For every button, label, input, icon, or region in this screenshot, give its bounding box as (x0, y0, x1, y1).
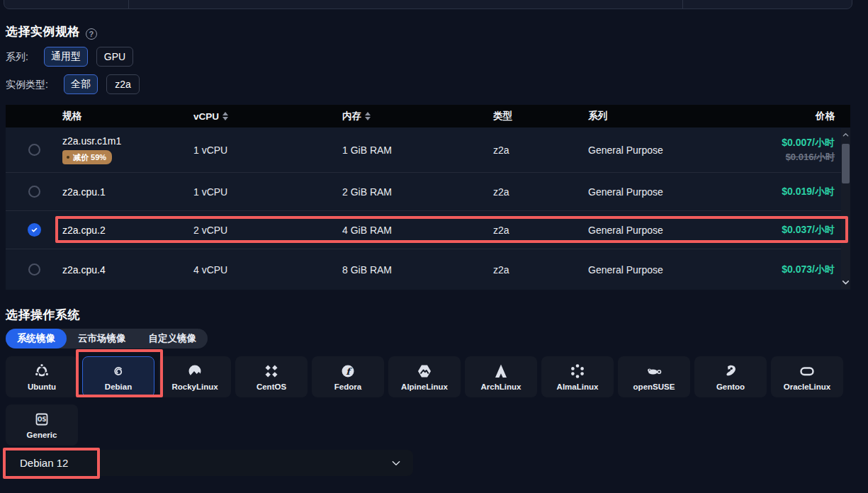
spec-section-title-text: 选择实例规格 (6, 25, 80, 38)
series-option-gpu[interactable]: GPU (96, 47, 133, 67)
top-bar-partial (4, 0, 852, 9)
tab-label: 自定义镜像 (149, 332, 197, 345)
tab-marketplace-image[interactable]: 云市场镜像 (67, 329, 137, 348)
scroll-down-icon[interactable] (841, 277, 850, 288)
os-card-fedora[interactable]: f Fedora (312, 356, 384, 397)
os-card-label: openSUSE (633, 382, 675, 391)
vcpu-value: 2 vCPU (193, 211, 227, 249)
ram-value: 8 GiB RAM (342, 249, 392, 290)
table-row[interactable]: z2a.usr.c1m1 减价 59% 1 vCPU 1 GiB RAM z2a… (6, 128, 850, 172)
type-option-z2a[interactable]: z2a (106, 74, 140, 94)
spec-name: z2a.usr.c1m1 (62, 135, 121, 147)
price-value: $0.007/小时 (782, 137, 835, 149)
type-value: z2a (493, 211, 509, 249)
table-row-selected[interactable]: z2a.cpu.2 2 vCPU 4 GiB RAM z2a General P… (6, 210, 850, 249)
sort-icon[interactable] (222, 112, 228, 120)
family-value: General Purpose (588, 211, 663, 249)
tab-custom-image[interactable]: 自定义镜像 (137, 329, 208, 348)
col-header-ram[interactable]: 内存 (342, 105, 371, 128)
type-value: z2a (493, 249, 509, 290)
opensuse-logo-icon (646, 363, 663, 380)
table-scrollbar[interactable] (841, 128, 850, 289)
type-option-label: 全部 (71, 78, 91, 91)
price-value: $0.073/小时 (782, 264, 835, 276)
row-radio[interactable] (28, 186, 40, 198)
price-value: $0.037/小时 (782, 224, 835, 237)
type-option-all[interactable]: 全部 (64, 74, 98, 94)
os-card-archlinux[interactable]: ArchLinux (465, 356, 537, 397)
archlinux-logo-icon (492, 363, 509, 380)
sort-icon[interactable] (365, 112, 371, 120)
tab-label: 云市场镜像 (78, 332, 126, 345)
svg-text:OS: OS (38, 416, 47, 423)
os-card-label: CentOS (257, 382, 286, 391)
ram-value: 1 GiB RAM (342, 128, 392, 172)
generic-os-icon: OS (33, 411, 50, 428)
os-card-label: OracleLinux (784, 382, 830, 391)
col-header-type: 类型 (493, 105, 512, 128)
os-card-centos[interactable]: CentOS (235, 356, 308, 397)
os-card-ubuntu[interactable]: Ubuntu (6, 356, 78, 397)
vcpu-value: 1 vCPU (193, 173, 227, 210)
top-bar-divider (682, 0, 683, 8)
alpinelinux-logo-icon (416, 363, 433, 380)
os-card-oraclelinux[interactable]: OracleLinux (771, 356, 843, 397)
ubuntu-logo-icon (33, 363, 50, 380)
os-card-label: AlpineLinux (401, 382, 448, 391)
spec-name: z2a.cpu.2 (62, 225, 106, 236)
family-value: General Purpose (588, 249, 663, 290)
col-header-price: 价格 (816, 105, 835, 128)
tab-label: 系统镜像 (17, 332, 55, 345)
help-icon[interactable]: ? (86, 28, 97, 40)
table-header: 规格 vCPU 内存 类型 系列 价格 (6, 105, 850, 128)
ram-value: 4 GiB RAM (342, 211, 392, 249)
spec-name: z2a.cpu.1 (62, 186, 106, 198)
os-card-label: Generic (27, 431, 57, 439)
family-value: General Purpose (588, 128, 663, 172)
table-row[interactable]: z2a.cpu.1 1 vCPU 2 GiB RAM z2a General P… (6, 172, 850, 210)
instance-config-page: 选择实例规格? 系列: 通用型 GPU 实例类型: 全部 z2a 规格 vCPU… (0, 0, 868, 493)
row-radio[interactable] (28, 264, 40, 276)
series-option-label: GPU (104, 51, 125, 62)
discount-badge: 减价 59% (62, 150, 112, 164)
chevron-down-icon (390, 458, 402, 472)
table-row[interactable]: z2a.cpu.4 4 vCPU 8 GiB RAM z2a General P… (6, 249, 850, 290)
os-card-label: RockyLinux (171, 382, 218, 391)
price-value: $0.019/小时 (782, 186, 835, 198)
debian-logo-icon (110, 363, 127, 380)
type-value: z2a (493, 173, 509, 210)
os-card-label: Ubuntu (28, 382, 56, 391)
os-card-debian[interactable]: Debian (82, 356, 154, 397)
almalinux-logo-icon (569, 363, 586, 380)
col-header-vcpu[interactable]: vCPU (193, 105, 228, 128)
os-card-label: ArchLinux (481, 382, 522, 391)
image-source-tabs: 系统镜像 云市场镜像 自定义镜像 (6, 329, 208, 348)
centos-logo-icon (263, 363, 280, 380)
rockylinux-logo-icon (186, 363, 203, 380)
os-card-rockylinux[interactable]: RockyLinux (159, 356, 231, 397)
old-price-value: $0.016/小时 (786, 151, 835, 164)
scrollbar-thumb[interactable] (842, 144, 850, 183)
os-version-select[interactable]: Debian 12 (6, 450, 413, 476)
os-card-label: Gentoo (716, 382, 745, 391)
oraclelinux-logo-icon (799, 363, 816, 380)
os-card-alpinelinux[interactable]: AlpineLinux (388, 356, 461, 397)
os-card-almalinux[interactable]: AlmaLinux (541, 356, 614, 397)
gentoo-logo-icon (722, 363, 739, 380)
scroll-up-icon[interactable] (841, 130, 850, 140)
vcpu-value: 4 vCPU (193, 249, 227, 290)
col-header-family: 系列 (588, 105, 607, 128)
row-radio[interactable] (28, 144, 40, 156)
series-option-general[interactable]: 通用型 (44, 47, 88, 67)
tab-system-image[interactable]: 系统镜像 (6, 329, 67, 348)
family-value: General Purpose (588, 173, 663, 210)
row-radio-checked[interactable] (28, 223, 41, 237)
series-option-label: 通用型 (51, 50, 81, 63)
os-card-gentoo[interactable]: Gentoo (694, 356, 767, 397)
os-card-opensuse[interactable]: openSUSE (618, 356, 690, 397)
os-card-label: Fedora (334, 382, 361, 391)
os-card-generic[interactable]: OS Generic (6, 404, 78, 446)
os-card-label: AlmaLinux (557, 382, 599, 391)
top-bar-divider (128, 0, 129, 8)
series-filter-label: 系列: (6, 47, 28, 67)
